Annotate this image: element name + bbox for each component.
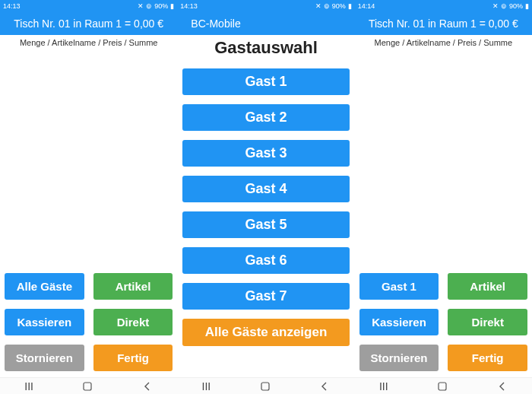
cancel-button[interactable]: Stornieren xyxy=(359,345,439,371)
svg-rect-1 xyxy=(261,383,269,390)
mute-icon: ✕ xyxy=(315,2,321,10)
show-all-guests-button[interactable]: Alle Gäste anzeigen xyxy=(182,319,350,346)
cash-button[interactable]: Kassieren xyxy=(5,309,84,335)
guest-button-2[interactable]: Gast 2 xyxy=(182,104,350,131)
android-nav-bar: III xyxy=(0,377,177,394)
guest-button-3[interactable]: Gast 3 xyxy=(182,140,350,167)
app-bar-title: Tisch Nr. 01 in Raum 1 = 0,00 € xyxy=(369,17,518,30)
done-button[interactable]: Fertig xyxy=(93,345,173,371)
app-bar: Tisch Nr. 01 in Raum 1 = 0,00 € xyxy=(0,11,177,35)
battery-icon: ▮ xyxy=(348,2,352,10)
status-bar: 14:13 ✕ ⊚ 90% ▮ xyxy=(0,0,177,11)
direct-button[interactable]: Direkt xyxy=(448,309,527,335)
guest1-button[interactable]: Gast 1 xyxy=(359,273,439,300)
app-bar: BC-Mobile xyxy=(177,11,354,35)
mute-icon: ✕ xyxy=(492,2,499,10)
battery-icon: ▮ xyxy=(170,2,174,10)
app-bar-title: Tisch Nr. 01 in Raum 1 = 0,00 € xyxy=(14,17,163,30)
back-icon[interactable] xyxy=(142,381,153,392)
status-icons: ✕ ⊚ 90% ▮ xyxy=(138,2,174,10)
cash-button[interactable]: Kassieren xyxy=(359,309,439,335)
all-guests-button[interactable]: Alle Gäste xyxy=(5,273,84,300)
done-button[interactable]: Fertig xyxy=(448,345,527,371)
article-button[interactable]: Artikel xyxy=(93,273,173,300)
article-button[interactable]: Artikel xyxy=(448,273,527,300)
wifi-icon: ⊚ xyxy=(501,2,507,10)
action-grid: Alle Gäste Artikel Kassieren Direkt Stor… xyxy=(0,273,177,371)
status-icons: ✕ ⊚ 90% ▮ xyxy=(492,2,529,10)
status-time: 14:13 xyxy=(180,2,198,10)
svg-rect-2 xyxy=(439,383,446,390)
home-icon[interactable] xyxy=(437,381,448,392)
app-bar: Tisch Nr. 01 in Raum 1 = 0,00 € xyxy=(355,11,532,35)
column-header: Menge / Artikelname / Preis / Summe xyxy=(0,35,177,47)
guest-button-4[interactable]: Gast 4 xyxy=(182,176,350,202)
guest-button-1[interactable]: Gast 1 xyxy=(182,68,350,95)
cancel-button[interactable]: Stornieren xyxy=(5,345,84,371)
status-time: 14:14 xyxy=(358,2,375,10)
guest-list: Gast 1 Gast 2 Gast 3 Gast 4 Gast 5 Gast … xyxy=(177,64,354,346)
direct-button[interactable]: Direkt xyxy=(93,309,173,335)
mute-icon: ✕ xyxy=(138,2,144,10)
guest-button-7[interactable]: Gast 7 xyxy=(182,283,350,310)
app-bar-title: BC-Mobile xyxy=(191,17,240,30)
back-icon[interactable] xyxy=(497,381,508,392)
home-icon[interactable] xyxy=(82,381,93,392)
action-grid: Gast 1 Artikel Kassieren Direkt Stornier… xyxy=(355,273,532,371)
battery-text: 90% xyxy=(332,2,346,10)
page-title: Gastauswahl xyxy=(177,35,354,64)
recents-icon[interactable]: III xyxy=(202,380,211,392)
status-bar: 14:13 ✕ ⊚ 90% ▮ xyxy=(177,0,354,11)
recents-icon[interactable]: III xyxy=(379,380,388,392)
svg-rect-0 xyxy=(84,383,91,390)
status-time: 14:13 xyxy=(3,2,21,10)
battery-text: 90% xyxy=(154,2,168,10)
back-icon[interactable] xyxy=(319,381,330,392)
battery-text: 90% xyxy=(509,2,523,10)
android-nav-bar: III xyxy=(355,377,532,394)
battery-icon: ▮ xyxy=(525,2,529,10)
home-icon[interactable] xyxy=(260,381,271,392)
wifi-icon: ⊚ xyxy=(324,2,330,10)
recents-icon[interactable]: III xyxy=(24,380,33,392)
guest-button-6[interactable]: Gast 6 xyxy=(182,247,350,274)
guest-button-5[interactable]: Gast 5 xyxy=(182,211,350,238)
android-nav-bar: III xyxy=(177,377,354,394)
status-icons: ✕ ⊚ 90% ▮ xyxy=(315,2,352,10)
column-header: Menge / Artikelname / Preis / Summe xyxy=(355,35,532,47)
status-bar: 14:14 ✕ ⊚ 90% ▮ xyxy=(355,0,532,11)
wifi-icon: ⊚ xyxy=(146,2,152,10)
